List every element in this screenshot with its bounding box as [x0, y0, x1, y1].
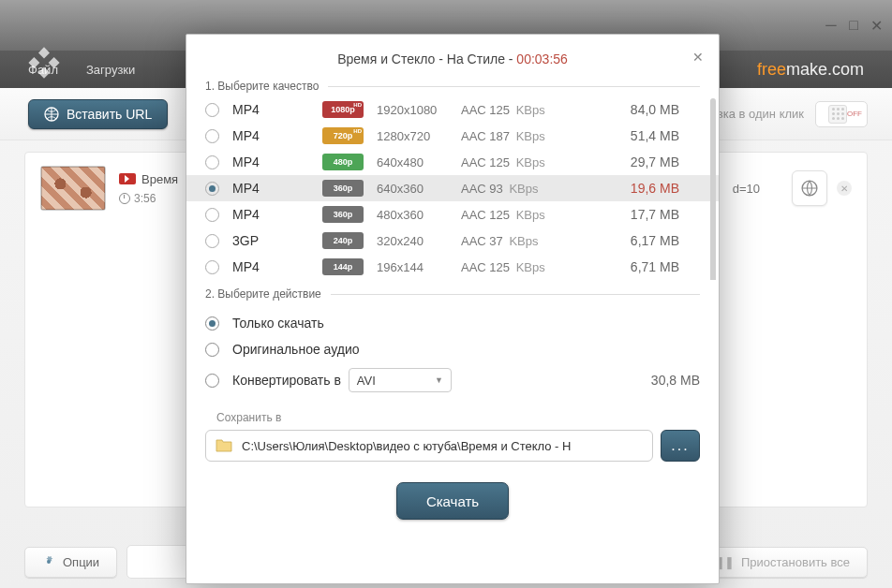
- quality-badge: 144p: [322, 258, 364, 275]
- section2-text: 2. Выберите действие: [205, 287, 321, 301]
- save-path-value: C:\Users\Юлия\Desktop\видео с ютуба\Врем…: [242, 439, 571, 453]
- item-title: Время: [141, 172, 178, 186]
- youtube-icon: [119, 173, 136, 184]
- brand-domain: .com: [827, 60, 864, 79]
- action-original-audio[interactable]: Оригинальное аудио: [205, 336, 700, 362]
- paste-url-button[interactable]: Вставить URL: [28, 99, 168, 129]
- quality-bitrate: AAC 93 KBps: [461, 182, 573, 196]
- quality-size: 17,7 MB: [631, 207, 700, 222]
- quality-badge: 360p: [322, 206, 364, 223]
- video-thumbnail: [40, 166, 106, 211]
- globe-icon: [801, 180, 818, 197]
- svg-rect-2: [49, 57, 60, 68]
- close-button[interactable]: ✕: [870, 19, 883, 32]
- quality-size: 51,4 MB: [631, 128, 700, 143]
- section-action-label: 2. Выберите действие: [186, 287, 719, 304]
- browse-button[interactable]: ...: [661, 430, 700, 462]
- item-meta: Время 3:56: [119, 172, 178, 205]
- quality-format: MP4: [232, 259, 298, 274]
- quality-format: MP4: [232, 128, 298, 143]
- item-tail-text: d=10: [733, 182, 760, 196]
- quality-format: MP4: [232, 207, 298, 222]
- app-logo-icon: [28, 47, 60, 79]
- item-remove-button[interactable]: ✕: [837, 181, 852, 196]
- scrollbar[interactable]: [710, 98, 716, 280]
- gear-icon: [42, 555, 55, 568]
- action-original-audio-label: Оригинальное аудио: [232, 342, 360, 357]
- quality-size: 6,17 MB: [631, 233, 700, 248]
- svg-rect-1: [28, 57, 39, 68]
- download-button[interactable]: Скачать: [396, 482, 509, 520]
- quality-resolution: 640x480: [377, 155, 461, 169]
- clock-icon: [119, 193, 130, 204]
- options-button[interactable]: Опции: [24, 547, 117, 578]
- globe-icon: [44, 107, 59, 122]
- quality-row[interactable]: MP41080pHD1920x1080AAC 125 KBps84,0 MB: [186, 96, 719, 123]
- quality-row[interactable]: MP4144p196x144AAC 125 KBps6,71 MB: [186, 254, 719, 280]
- save-path-section: Сохранить в C:\Users\Юлия\Desktop\видео …: [186, 400, 719, 462]
- brand-label: freemake.com: [757, 60, 864, 80]
- divider: [328, 86, 700, 87]
- radio-icon: [205, 155, 219, 169]
- modal-title: Время и Стекло - На Стиле - 00:03:56 ✕: [186, 35, 719, 80]
- quality-format: 3GP: [232, 233, 298, 248]
- svg-rect-0: [38, 47, 50, 58]
- action-download-only[interactable]: Только скачать: [205, 310, 700, 336]
- convert-format-select[interactable]: AVI ▼: [349, 368, 452, 392]
- quality-size: 19,6 MB: [631, 181, 700, 196]
- quality-format: MP4: [232, 102, 298, 117]
- quality-format: MP4: [232, 181, 298, 196]
- modal-title-text: Время и Стекло - На Стиле -: [337, 51, 516, 66]
- minimize-button[interactable]: ─: [825, 19, 838, 32]
- action-convert[interactable]: Конвертировать в AVI ▼ 30,8 MB: [205, 362, 700, 398]
- quality-resolution: 196x144: [377, 260, 461, 274]
- quality-resolution: 480x360: [377, 208, 461, 222]
- action-download-only-label: Только скачать: [232, 316, 324, 331]
- switch-handle-icon: [828, 105, 847, 124]
- radio-icon: [205, 208, 219, 222]
- item-open-browser-button[interactable]: [792, 170, 827, 206]
- paste-url-label: Вставить URL: [67, 107, 152, 122]
- quality-badge: 360p: [322, 180, 364, 197]
- quality-row[interactable]: MP4480p640x480AAC 125 KBps29,7 MB: [186, 149, 719, 175]
- switch-off-label: OFF: [847, 110, 862, 118]
- quality-badge: 480p: [322, 154, 364, 170]
- chevron-down-icon: ▼: [435, 375, 443, 385]
- radio-icon: [205, 316, 219, 331]
- quality-modal: Время и Стекло - На Стиле - 00:03:56 ✕ 1…: [186, 34, 720, 584]
- quality-format: MP4: [232, 154, 298, 169]
- modal-close-button[interactable]: ✕: [691, 50, 706, 65]
- maximize-button[interactable]: □: [847, 19, 860, 32]
- radio-icon: [205, 234, 219, 248]
- quality-badge: 240p: [322, 232, 364, 249]
- section-quality-label: 1. Выберите качество: [186, 80, 719, 96]
- convert-size: 30,8 MB: [651, 373, 700, 388]
- save-path-field[interactable]: C:\Users\Юлия\Desktop\видео с ютуба\Врем…: [205, 430, 653, 462]
- modal-title-duration: 00:03:56: [516, 51, 568, 66]
- radio-icon: [205, 260, 219, 274]
- action-options: Только скачать Оригинальное аудио Конвер…: [186, 304, 719, 400]
- pause-all-button[interactable]: ❚❚ Приостановить все: [697, 547, 868, 578]
- one-click-switch[interactable]: OFF: [815, 101, 868, 127]
- quality-row[interactable]: MP4360p480x360AAC 125 KBps17,7 MB: [186, 201, 719, 228]
- quality-size: 29,7 MB: [631, 154, 700, 169]
- quality-bitrate: AAC 187 KBps: [461, 129, 573, 143]
- quality-row[interactable]: MP4360p640x360AAC 93 KBps19,6 MB: [186, 175, 719, 201]
- radio-icon: [205, 343, 219, 357]
- item-duration: 3:56: [134, 192, 156, 205]
- quality-size: 6,71 MB: [631, 259, 700, 274]
- menu-downloads[interactable]: Загрузки: [86, 63, 135, 77]
- quality-resolution: 1280x720: [377, 129, 461, 143]
- divider: [331, 294, 700, 295]
- quality-row[interactable]: MP4720pHD1280x720AAC 187 KBps51,4 MB: [186, 123, 719, 149]
- brand-free: free: [757, 60, 786, 79]
- quality-bitrate: AAC 37 KBps: [461, 234, 573, 248]
- radio-icon: [205, 374, 219, 388]
- app-window: ─ □ ✕ Файл Загрузки freemake.com Вставит…: [0, 0, 892, 588]
- quality-badge: 1080pHD: [322, 101, 364, 118]
- quality-list: MP41080pHD1920x1080AAC 125 KBps84,0 MBMP…: [186, 96, 719, 280]
- brand-make: make: [786, 60, 827, 79]
- quality-row[interactable]: 3GP240p320x240AAC 37 KBps6,17 MB: [186, 228, 719, 254]
- section1-text: 1. Выберите качество: [205, 80, 319, 93]
- one-click-hint: узка в один клик: [711, 107, 804, 121]
